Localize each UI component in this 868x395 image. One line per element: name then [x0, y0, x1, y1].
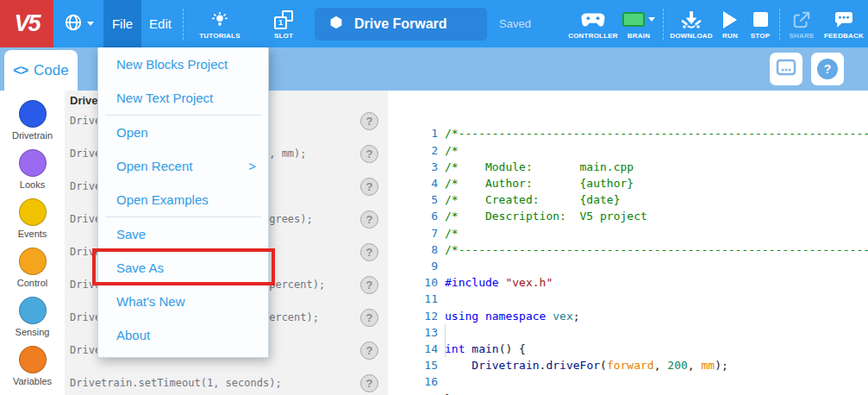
hexagon-icon	[329, 16, 343, 33]
brain-status-icon	[622, 12, 645, 27]
tab-code[interactable]: <> Code	[4, 50, 78, 91]
category-color-dot[interactable]	[19, 346, 47, 373]
nav-divider	[663, 9, 664, 40]
help-icon[interactable]: ?	[360, 243, 378, 261]
help-icon[interactable]: ?	[360, 145, 378, 163]
play-icon	[723, 11, 737, 28]
category-color-dot[interactable]	[19, 248, 47, 275]
category-label: Drivetrain	[12, 130, 53, 141]
sidebar-category-variables[interactable]: Variables	[0, 342, 65, 391]
slot-number: 1	[278, 18, 283, 27]
editor-line: 4/* Author: {author}	[398, 175, 868, 191]
code-editor[interactable]: 1/*-------------------------------------…	[398, 91, 868, 395]
command-row: Drivetrain.setTimeout(1, seconds);?	[65, 367, 388, 395]
menu-edit[interactable]: Edit	[141, 0, 179, 47]
line-code: /*	[438, 142, 459, 159]
menu-item-about[interactable]: About	[98, 318, 268, 352]
help-button[interactable]: ?	[811, 53, 844, 85]
slot-button[interactable]: 1 SLOT	[263, 0, 304, 47]
device-info-button[interactable]	[770, 53, 802, 85]
help-icon[interactable]: ?	[360, 178, 378, 196]
editor-line: 8/*-------------------------------------…	[398, 241, 868, 258]
run-label: RUN	[722, 32, 738, 40]
line-code	[438, 291, 445, 307]
editor-line: 2/*	[398, 142, 868, 159]
save-status: Saved	[499, 17, 531, 30]
command-snippet[interactable]: Drivetrain.setTimeout(1, seconds);	[70, 377, 282, 389]
category-label: Events	[18, 229, 47, 239]
brain-device-icon	[776, 59, 796, 79]
run-button[interactable]: RUN	[715, 0, 745, 47]
indent-guide	[445, 324, 446, 357]
menu-item-what-s-new[interactable]: What's New	[98, 285, 268, 318]
help-icon[interactable]: ?	[360, 342, 378, 360]
globe-icon	[64, 13, 83, 35]
editor-line: 16	[398, 373, 868, 390]
line-code: #include "vex.h"	[438, 274, 553, 291]
menu-file[interactable]: File	[103, 0, 141, 47]
line-number: 15	[398, 357, 438, 373]
sidebar-category-control[interactable]: Control	[0, 243, 65, 292]
feedback-button[interactable]: FEEDBACK	[820, 0, 868, 47]
editor-line: 3/* Module: main.cpp	[398, 159, 868, 175]
menu-item-open-examples[interactable]: Open Examples	[98, 183, 268, 216]
brain-button[interactable]: BRAIN	[618, 0, 659, 47]
line-code: Drivetrain.driveFor(forward, 200, mm);	[438, 357, 728, 373]
category-color-dot[interactable]	[19, 198, 47, 226]
menu-item-open-recent[interactable]: Open Recent>	[98, 149, 268, 183]
help-icon[interactable]: ?	[360, 309, 378, 327]
category-color-dot[interactable]	[19, 100, 47, 128]
editor-line: 5/* Created: {date}	[398, 191, 868, 208]
help-icon[interactable]: ?	[360, 210, 378, 229]
editor-line: 11	[398, 291, 868, 307]
sidebar-category-sensing[interactable]: Sensing	[0, 292, 65, 342]
share-button: SHARE	[784, 0, 820, 47]
menu-item-save-as[interactable]: Save As	[98, 251, 268, 285]
tutorials-button[interactable]: TUTORIALS	[192, 0, 247, 47]
menu-item-save[interactable]: Save	[98, 217, 268, 251]
line-code	[438, 373, 445, 390]
line-code: /*--------------------------------------…	[438, 125, 868, 141]
menu-item-new-blocks-project[interactable]: New Blocks Project	[98, 47, 268, 81]
strip-buttons: ?	[770, 53, 844, 85]
category-color-dot[interactable]	[19, 149, 47, 177]
share-label: SHARE	[789, 32, 814, 40]
download-label: DOWNLOAD	[670, 32, 713, 40]
chevron-down-icon	[648, 17, 655, 22]
sidebar-category-looks[interactable]: Looks	[0, 145, 65, 194]
category-color-dot[interactable]	[19, 297, 47, 324]
line-number: 17	[398, 391, 438, 395]
menu-item-open[interactable]: Open	[98, 116, 268, 149]
line-number: 3	[398, 159, 438, 175]
editor-line: 13	[398, 324, 868, 341]
line-code: /* Description: V5 project	[438, 208, 647, 224]
nav-divider	[779, 9, 780, 40]
help-icon[interactable]: ?	[360, 374, 378, 392]
slot-icon: 1	[274, 10, 293, 29]
help-icon[interactable]: ?	[360, 112, 378, 130]
line-code: /* Module: main.cpp	[438, 159, 634, 175]
stop-square-icon	[753, 12, 768, 27]
question-mark-icon: ?	[817, 59, 838, 79]
controller-button[interactable]: CONTROLLER	[568, 0, 618, 47]
feedback-icon	[834, 10, 854, 29]
line-code: /* Author: {author}	[438, 175, 634, 191]
editor-line: 6/* Description: V5 project	[398, 208, 868, 224]
category-label: Sensing	[16, 327, 50, 337]
stop-button[interactable]: STOP	[745, 0, 776, 47]
help-icon[interactable]: ?	[360, 276, 378, 294]
category-label: Control	[17, 278, 47, 288]
line-code	[438, 324, 445, 341]
chevron-down-icon	[87, 22, 94, 26]
menu-item-new-text-project[interactable]: New Text Project	[98, 81, 268, 115]
language-button[interactable]	[53, 0, 103, 47]
sidebar-category-functions[interactable]: Functions	[0, 391, 65, 395]
line-code: /*--------------------------------------…	[438, 241, 868, 258]
sidebar-category-drivetrain[interactable]: Drivetrain	[0, 96, 65, 145]
project-name-pill[interactable]: Drive Forward	[315, 8, 487, 41]
sidebar-category-events[interactable]: Events	[0, 194, 65, 243]
submenu-arrow-icon: >	[248, 149, 256, 183]
download-button[interactable]: DOWNLOAD	[667, 0, 715, 47]
brain-label: BRAIN	[628, 32, 650, 40]
line-code: int main() {	[438, 341, 526, 357]
